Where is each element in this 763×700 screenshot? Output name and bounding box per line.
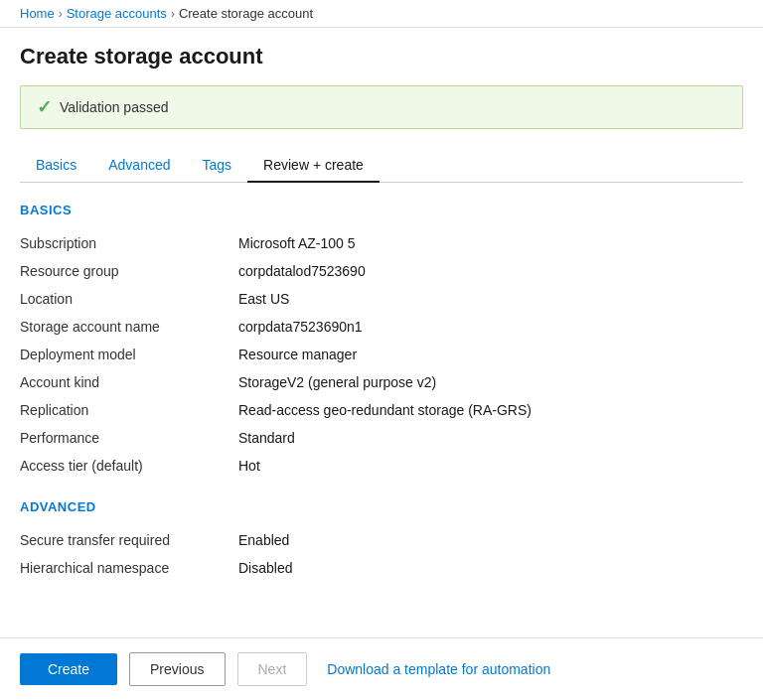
basics-section-header: BASICS — [20, 203, 743, 217]
create-button[interactable]: Create — [20, 653, 117, 685]
table-row: Performance Standard — [20, 424, 743, 452]
value-replication: Read-access geo-redundant storage (RA-GR… — [238, 396, 743, 424]
value-access-tier: Hot — [238, 452, 743, 480]
breadcrumb-separator-2: › — [171, 7, 175, 21]
validation-banner: ✓ Validation passed — [20, 85, 743, 129]
label-secure-transfer: Secure transfer required — [20, 526, 238, 554]
label-hierarchical-namespace: Hierarchical namespace — [20, 554, 238, 582]
tab-advanced[interactable]: Advanced — [92, 149, 186, 183]
table-row: Secure transfer required Enabled — [20, 526, 743, 554]
label-subscription: Subscription — [20, 229, 238, 257]
tab-review-create[interactable]: Review + create — [247, 149, 380, 183]
value-resource-group: corpdatalod7523690 — [238, 257, 743, 285]
basics-table: Subscription Microsoft AZ-100 5 Resource… — [20, 229, 743, 480]
label-location: Location — [20, 285, 238, 313]
basics-section: BASICS Subscription Microsoft AZ-100 5 R… — [20, 203, 743, 480]
breadcrumb-storage-accounts[interactable]: Storage accounts — [67, 6, 167, 21]
footer: Create Previous Next Download a template… — [0, 637, 763, 700]
validation-text: Validation passed — [60, 99, 168, 115]
breadcrumb-separator-1: › — [59, 7, 63, 21]
table-row: Location East US — [20, 285, 743, 313]
main-content: Create storage account ✓ Validation pass… — [0, 28, 763, 681]
table-row: Resource group corpdatalod7523690 — [20, 257, 743, 285]
page-title: Create storage account — [20, 44, 743, 70]
label-performance: Performance — [20, 424, 238, 452]
advanced-section: ADVANCED Secure transfer required Enable… — [20, 499, 743, 582]
table-row: Access tier (default) Hot — [20, 452, 743, 480]
value-secure-transfer: Enabled — [238, 526, 743, 554]
breadcrumb-home[interactable]: Home — [20, 6, 55, 21]
value-location: East US — [238, 285, 743, 313]
value-account-kind: StorageV2 (general purpose v2) — [238, 368, 743, 396]
top-bar: Home › Storage accounts › Create storage… — [0, 0, 763, 28]
check-icon: ✓ — [37, 96, 52, 118]
breadcrumb-current: Create storage account — [179, 6, 313, 21]
tabs-container: Basics Advanced Tags Review + create — [20, 149, 743, 183]
label-replication: Replication — [20, 396, 238, 424]
table-row: Account kind StorageV2 (general purpose … — [20, 368, 743, 396]
automation-link[interactable]: Download a template for automation — [327, 661, 550, 677]
label-access-tier: Access tier (default) — [20, 452, 238, 480]
next-button: Next — [237, 652, 308, 686]
table-row: Hierarchical namespace Disabled — [20, 554, 743, 582]
table-row: Storage account name corpdata7523690n1 — [20, 313, 743, 341]
breadcrumb: Home › Storage accounts › Create storage… — [20, 6, 743, 21]
table-row: Deployment model Resource manager — [20, 341, 743, 368]
advanced-table: Secure transfer required Enabled Hierarc… — [20, 526, 743, 582]
value-hierarchical-namespace: Disabled — [238, 554, 743, 582]
label-account-kind: Account kind — [20, 368, 238, 396]
label-storage-account-name: Storage account name — [20, 313, 238, 341]
advanced-section-header: ADVANCED — [20, 499, 743, 514]
tab-basics[interactable]: Basics — [20, 149, 92, 183]
value-storage-account-name: corpdata7523690n1 — [238, 313, 743, 341]
label-resource-group: Resource group — [20, 257, 238, 285]
table-row: Subscription Microsoft AZ-100 5 — [20, 229, 743, 257]
table-row: Replication Read-access geo-redundant st… — [20, 396, 743, 424]
content-area: BASICS Subscription Microsoft AZ-100 5 R… — [20, 203, 743, 681]
value-subscription: Microsoft AZ-100 5 — [238, 229, 743, 257]
previous-button[interactable]: Previous — [129, 652, 225, 686]
tab-tags[interactable]: Tags — [187, 149, 248, 183]
value-performance: Standard — [238, 424, 743, 452]
label-deployment-model: Deployment model — [20, 341, 238, 368]
value-deployment-model: Resource manager — [238, 341, 743, 368]
